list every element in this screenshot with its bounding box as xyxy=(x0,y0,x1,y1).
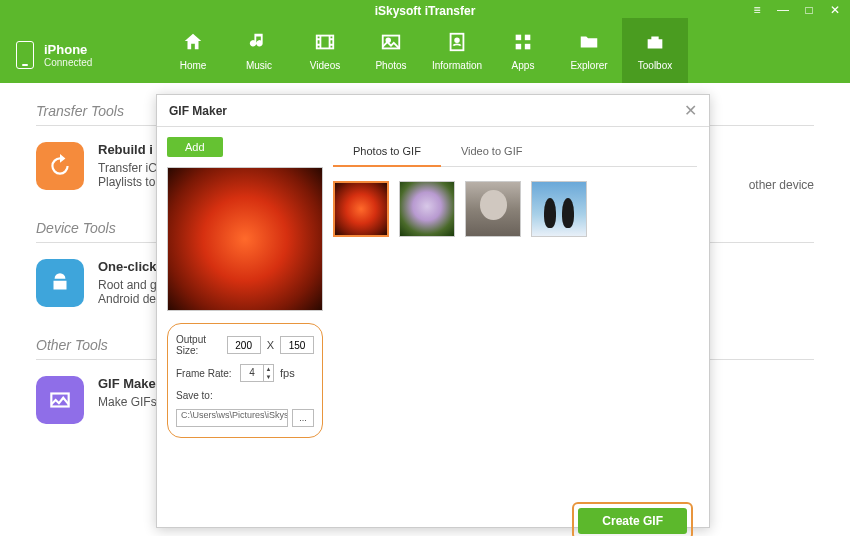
svg-point-9 xyxy=(56,276,58,278)
device-name: iPhone xyxy=(44,42,92,57)
nav-home[interactable]: Home xyxy=(160,18,226,83)
frame-rate-label: Frame Rate: xyxy=(176,368,234,379)
nav-label: Information xyxy=(432,60,482,71)
maximize-icon[interactable]: □ xyxy=(802,3,816,17)
fps-label: fps xyxy=(280,367,295,379)
nav-label: Toolbox xyxy=(638,60,672,71)
music-icon xyxy=(247,30,271,54)
folder-icon xyxy=(577,30,601,54)
apps-icon xyxy=(511,30,535,54)
spinner-down-icon[interactable]: ▼ xyxy=(264,373,273,381)
rebuild-icon xyxy=(36,142,84,190)
nav-label: Explorer xyxy=(570,60,607,71)
tab-photos-to-gif[interactable]: Photos to GIF xyxy=(333,137,441,167)
nav-label: Music xyxy=(246,60,272,71)
thumb-koala[interactable] xyxy=(465,181,521,237)
width-input[interactable] xyxy=(227,336,261,354)
close-icon[interactable]: ✕ xyxy=(828,3,842,17)
contacts-icon xyxy=(445,30,469,54)
android-icon xyxy=(36,259,84,307)
svg-point-4 xyxy=(455,38,459,42)
tool-desc: Playlists to xyxy=(98,175,157,189)
tab-video-to-gif[interactable]: Video to GIF xyxy=(441,137,543,166)
nav-photos[interactable]: Photos xyxy=(358,18,424,83)
gif-icon xyxy=(36,376,84,424)
nav-music[interactable]: Music xyxy=(226,18,292,83)
thumb-penguins[interactable] xyxy=(531,181,587,237)
phone-icon xyxy=(16,41,34,69)
nav-label: Apps xyxy=(512,60,535,71)
thumb-hydrangea[interactable] xyxy=(399,181,455,237)
svg-rect-5 xyxy=(516,35,522,41)
tool-desc: Transfer iC xyxy=(98,161,157,175)
nav-apps[interactable]: Apps xyxy=(490,18,556,83)
output-size-label: Output Size: xyxy=(176,334,221,356)
nav-label: Photos xyxy=(375,60,406,71)
gif-maker-dialog: GIF Maker ✕ Add Output Size: X Frame Rat… xyxy=(156,94,710,528)
nav-explorer[interactable]: Explorer xyxy=(556,18,622,83)
nav-label: Home xyxy=(180,60,207,71)
tool-desc: Make GIFs xyxy=(98,395,157,409)
tool-desc: Root and g xyxy=(98,278,157,292)
nav-videos[interactable]: Videos xyxy=(292,18,358,83)
settings-panel: Output Size: X Frame Rate: 4 ▲▼ fps Save… xyxy=(167,323,323,438)
svg-rect-6 xyxy=(525,35,531,41)
nav-toolbox[interactable]: Toolbox xyxy=(622,18,688,83)
frame-rate-value: 4 xyxy=(241,365,263,381)
spinner-up-icon[interactable]: ▲ xyxy=(264,365,273,373)
thumb-flower[interactable] xyxy=(333,181,389,237)
svg-point-10 xyxy=(62,276,64,278)
tool-name: Rebuild i xyxy=(98,142,157,157)
browse-button[interactable]: ... xyxy=(292,409,314,427)
toolbox-icon xyxy=(643,30,667,54)
save-to-label: Save to: xyxy=(176,390,234,401)
tool-desc: Android de xyxy=(98,292,157,306)
home-icon xyxy=(181,30,205,54)
menu-icon[interactable]: ≡ xyxy=(750,3,764,17)
minimize-icon[interactable]: — xyxy=(776,3,790,17)
add-button[interactable]: Add xyxy=(167,137,223,157)
video-icon xyxy=(313,30,337,54)
dialog-title: GIF Maker xyxy=(169,104,227,118)
photo-icon xyxy=(379,30,403,54)
save-path-input[interactable]: C:\Users\ws\Pictures\iSkysoft iTr... xyxy=(176,409,288,427)
svg-rect-7 xyxy=(516,44,522,50)
dialog-close-icon[interactable]: ✕ xyxy=(684,101,697,120)
frame-rate-spinner[interactable]: 4 ▲▼ xyxy=(240,364,274,382)
nav-label: Videos xyxy=(310,60,340,71)
svg-rect-8 xyxy=(525,44,531,50)
tool-name: GIF Make xyxy=(98,376,157,391)
height-input[interactable] xyxy=(280,336,314,354)
hint-text: other device xyxy=(749,178,814,192)
tool-name: One-click xyxy=(98,259,157,274)
nav-information[interactable]: Information xyxy=(424,18,490,83)
x-label: X xyxy=(267,339,274,351)
preview-image xyxy=(167,167,323,311)
device-status: Connected xyxy=(44,57,92,68)
app-title: iSkysoft iTransfer xyxy=(375,4,476,18)
create-gif-button[interactable]: Create GIF xyxy=(578,508,687,534)
create-gif-highlight: Create GIF xyxy=(572,502,693,536)
svg-rect-0 xyxy=(317,36,334,49)
